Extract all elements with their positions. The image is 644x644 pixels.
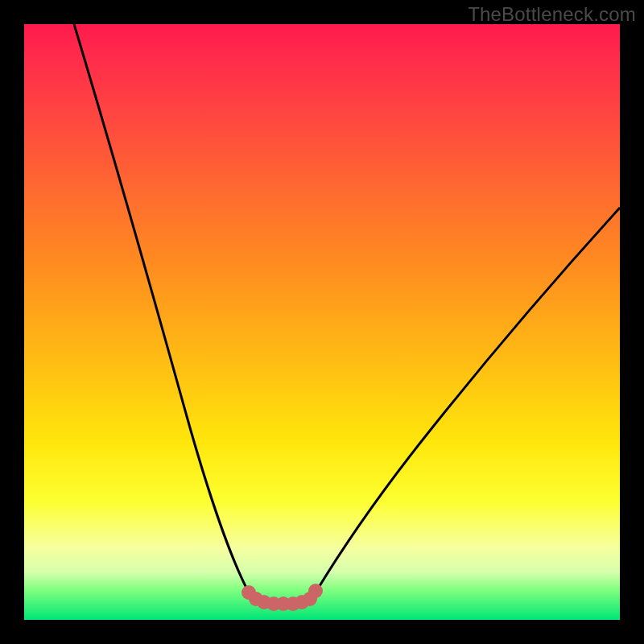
bottleneck-curve — [24, 24, 620, 620]
floor-markers — [242, 584, 323, 611]
plot-area — [24, 24, 620, 620]
watermark-text: TheBottleneck.com — [468, 3, 636, 26]
chart-frame: TheBottleneck.com — [0, 0, 644, 644]
svg-point-8 — [308, 584, 323, 598]
curve-path — [74, 24, 620, 605]
